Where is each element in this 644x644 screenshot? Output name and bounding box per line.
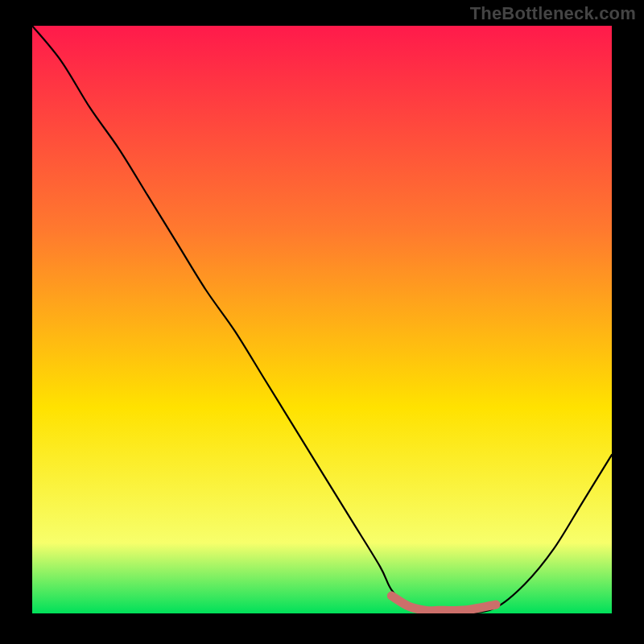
chart-svg	[32, 26, 612, 613]
gradient-background	[32, 26, 612, 613]
plot-area	[32, 26, 612, 613]
watermark-text: TheBottleneck.com	[470, 3, 636, 24]
chart-frame: TheBottleneck.com	[0, 0, 644, 644]
